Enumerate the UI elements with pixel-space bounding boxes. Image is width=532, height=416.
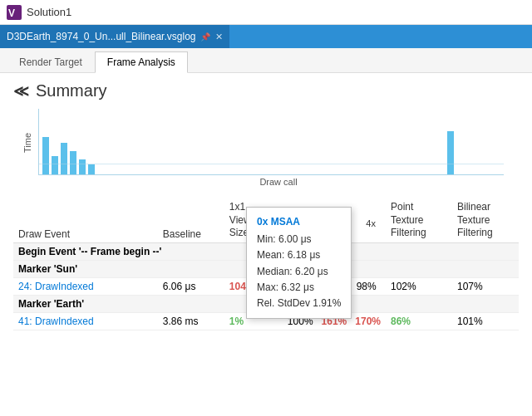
tooltip-min: Min: 6.00 μs xyxy=(257,232,341,247)
draw-event-24[interactable]: 24: DrawIndexed xyxy=(13,277,158,295)
baseline-41: 3.86 ms xyxy=(158,312,224,330)
baseline-24: 6.06 μs xyxy=(158,277,224,295)
summary-title: Summary xyxy=(36,81,107,100)
chart-area: Time Draw call xyxy=(38,109,519,192)
tab-bar: D3DEarth_8974_0_Un...ull_Bilinear.vsglog… xyxy=(0,25,532,48)
bar-1 xyxy=(42,137,49,174)
collapse-icon[interactable]: ≪ xyxy=(13,82,29,100)
bar-4 xyxy=(70,151,76,174)
tooltip-title: 0x MSAA xyxy=(257,214,341,230)
summary-header: ≪ Summary xyxy=(13,81,519,100)
close-icon[interactable]: ✕ xyxy=(215,32,223,42)
bars-group xyxy=(42,110,95,174)
bar-3 xyxy=(61,143,67,174)
vs-logo-icon: V xyxy=(7,5,22,20)
tab-render-target[interactable]: Render Target xyxy=(7,51,95,72)
content-area: ≪ Summary Time Draw call 0x MSAA Min: 6.… xyxy=(0,73,532,416)
nav-tabs: Render Target Frame Analysis xyxy=(0,48,532,73)
th-draw-event: Draw Event xyxy=(13,198,158,242)
bilinear-texture-41: 101% xyxy=(452,312,519,330)
bar-right xyxy=(447,131,454,174)
tooltip-max: Max: 6.32 μs xyxy=(257,280,341,296)
x-axis-label: Draw call xyxy=(38,177,519,187)
point-texture-24: 102% xyxy=(386,277,452,295)
scale-4x: 4x xyxy=(366,218,376,228)
th-baseline: Baseline xyxy=(158,198,224,242)
col4x-41: 170% xyxy=(355,316,381,327)
draw-event-41[interactable]: 41: DrawIndexed xyxy=(13,312,158,330)
bar-5 xyxy=(79,159,86,174)
bilinear-texture-24: 107% xyxy=(452,277,519,295)
app-title: Solution1 xyxy=(27,6,71,18)
th-point-texture: Point Texture Filtering xyxy=(386,198,452,242)
svg-text:V: V xyxy=(8,7,15,19)
tooltip-median: Median: 6.20 μs xyxy=(257,264,341,280)
col4x-24: 98% xyxy=(357,281,377,292)
tooltip-popup: 0x MSAA Min: 6.00 μs Mean: 6.18 μs Media… xyxy=(246,207,352,319)
y-axis-label: Time xyxy=(22,133,32,153)
point-texture-41: 86% xyxy=(386,312,452,330)
tab-frame-analysis[interactable]: Frame Analysis xyxy=(95,51,188,73)
th-bilinear-texture: Bilinear Texture Filtering xyxy=(452,198,519,242)
bar-2 xyxy=(52,156,58,174)
tooltip-relstddev: Rel. StdDev 1.91% xyxy=(257,296,341,311)
pin-icon[interactable]: 📌 xyxy=(200,32,210,42)
title-bar: V Solution1 xyxy=(0,0,532,25)
bar-6 xyxy=(88,164,95,174)
chart-baseline-line xyxy=(39,164,504,164)
tooltip-mean: Mean: 6.18 μs xyxy=(257,247,341,263)
file-tab[interactable]: D3DEarth_8974_0_Un...ull_Bilinear.vsglog… xyxy=(0,25,230,48)
file-tab-name: D3DEarth_8974_0_Un...ull_Bilinear.vsglog xyxy=(7,31,195,42)
chart-canvas xyxy=(38,109,504,175)
table-container: 0x MSAA Min: 6.00 μs Mean: 6.18 μs Media… xyxy=(13,198,519,330)
